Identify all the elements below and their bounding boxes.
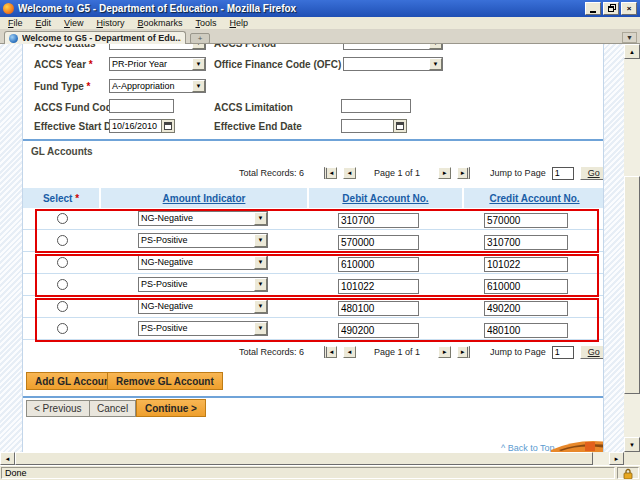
close-button[interactable]: × xyxy=(621,2,637,15)
chevron-down-icon: ▼ xyxy=(254,278,267,291)
fund-type-select[interactable]: A-Appropriation▼ xyxy=(109,79,206,93)
page-indicator: Page 1 of 1 xyxy=(374,168,420,178)
menu-file[interactable]: File xyxy=(8,18,23,28)
accs-status-label: ACCS Status xyxy=(34,44,96,49)
row-select-radio[interactable] xyxy=(57,257,68,268)
first-page-button[interactable]: ◄ xyxy=(324,346,337,358)
restore-icon xyxy=(608,6,614,12)
calendar-icon[interactable] xyxy=(393,119,407,133)
scroll-down-icon[interactable]: ▼ xyxy=(624,437,640,452)
accs-period-label: ACCS Period xyxy=(214,44,276,49)
g5-form-page: ACCS Status ▼ ACCS Period ▼ ACCS Year * … xyxy=(22,44,604,452)
next-page-button[interactable]: ► xyxy=(438,346,451,358)
debit-account-input[interactable] xyxy=(338,301,419,316)
ofc-condition-select[interactable]: ▼ xyxy=(343,57,443,71)
back-to-top-link[interactable]: ^ Back to Top xyxy=(501,443,555,452)
chevron-down-icon: ▼ xyxy=(254,234,267,247)
chevron-down-icon: ▼ xyxy=(254,300,267,313)
horizontal-scrollbar[interactable]: ◄ ► xyxy=(0,452,624,465)
menu-help[interactable]: Help xyxy=(229,18,248,28)
active-tab[interactable]: Welcome to G5 - Department of Edu... xyxy=(4,31,186,44)
remove-gl-account-button[interactable]: Remove GL Account xyxy=(107,372,223,390)
credit-account-input[interactable] xyxy=(484,235,568,250)
required-marker: * xyxy=(89,59,93,70)
debit-column-header[interactable]: Debit Account No. xyxy=(309,188,464,208)
vertical-scroll-thumb[interactable] xyxy=(624,176,640,394)
go-button[interactable]: Go xyxy=(580,345,604,359)
minimize-icon xyxy=(590,11,596,13)
scroll-right-icon[interactable]: ► xyxy=(609,452,624,465)
credit-account-input[interactable] xyxy=(484,213,568,228)
last-page-button[interactable]: ► xyxy=(457,346,470,358)
previous-button[interactable]: < Previous xyxy=(26,400,90,417)
amount-indicator-select[interactable]: NG-Negative▼ xyxy=(138,255,268,270)
effective-start-date-input[interactable] xyxy=(109,119,161,133)
credit-account-input[interactable] xyxy=(484,257,568,272)
amount-indicator-select[interactable]: PS-Positive▼ xyxy=(138,277,268,292)
row-select-radio[interactable] xyxy=(57,301,68,312)
credit-column-header[interactable]: Credit Account No. xyxy=(464,188,604,208)
calendar-icon[interactable] xyxy=(161,119,175,133)
menu-tools[interactable]: Tools xyxy=(195,18,216,28)
credit-account-input[interactable] xyxy=(484,301,568,316)
amount-indicator-select[interactable]: PS-Positive▼ xyxy=(138,233,268,248)
tab-favicon-icon xyxy=(9,34,18,43)
amount-indicator-column-header[interactable]: Amount Indicator xyxy=(101,188,309,208)
new-tab-button[interactable]: + xyxy=(190,33,210,44)
accs-status-select[interactable]: ▼ xyxy=(109,44,206,50)
amount-indicator-select[interactable]: PS-Positive▼ xyxy=(138,321,268,336)
vertical-scrollbar[interactable]: ▲ ▼ xyxy=(624,44,640,452)
select-column-header: Select * xyxy=(23,188,101,208)
horizontal-scroll-thumb[interactable] xyxy=(15,452,593,465)
minimize-button[interactable] xyxy=(585,2,601,15)
accs-year-select[interactable]: PR-Prior Year▼ xyxy=(109,57,206,71)
accs-fund-code-input[interactable] xyxy=(109,99,174,113)
effective-end-date-label: Effective End Date xyxy=(214,121,302,132)
title-bar: Welcome to G5 - Department of Education … xyxy=(0,0,640,17)
cancel-button[interactable]: Cancel xyxy=(89,400,136,417)
last-page-button[interactable]: ► xyxy=(457,167,470,179)
menu-bookmarks[interactable]: Bookmarks xyxy=(137,18,182,28)
window-title: Welcome to G5 - Department of Education … xyxy=(18,3,585,14)
jump-to-page-input[interactable] xyxy=(552,167,574,180)
first-page-button[interactable]: ◄ xyxy=(324,167,337,179)
jump-to-page-input[interactable] xyxy=(552,346,574,359)
debit-account-input[interactable] xyxy=(338,257,419,272)
g5-logo-swoosh xyxy=(551,436,604,452)
menu-bar: File Edit View History Bookmarks Tools H… xyxy=(0,17,640,30)
debit-account-input[interactable] xyxy=(338,323,419,338)
list-all-tabs-button[interactable]: ▼ xyxy=(622,32,637,43)
go-button[interactable]: Go xyxy=(580,166,604,180)
chevron-down-icon: ▼ xyxy=(254,322,267,335)
debit-account-input[interactable] xyxy=(338,279,419,294)
menu-history[interactable]: History xyxy=(96,18,124,28)
scroll-left-icon[interactable]: ◄ xyxy=(0,452,15,465)
menu-edit[interactable]: Edit xyxy=(36,18,52,28)
effective-end-date-input[interactable] xyxy=(341,119,393,133)
debit-account-input[interactable] xyxy=(338,213,419,228)
restore-button[interactable] xyxy=(603,2,619,15)
continue-button[interactable]: Continue > xyxy=(136,399,206,417)
table-row: PS-Positive▼ xyxy=(23,230,604,252)
status-text: Done xyxy=(5,468,27,478)
accs-period-select[interactable]: ▼ xyxy=(343,44,443,50)
gl-accounts-title: GL Accounts xyxy=(31,146,93,157)
row-select-radio[interactable] xyxy=(57,235,68,246)
scroll-up-icon[interactable]: ▲ xyxy=(624,44,640,59)
accs-limitation-input[interactable] xyxy=(341,99,411,113)
row-select-radio[interactable] xyxy=(57,213,68,224)
status-bar: Done xyxy=(0,465,640,480)
amount-indicator-select[interactable]: NG-Negative▼ xyxy=(138,211,268,226)
footer-divider xyxy=(23,396,604,398)
credit-account-input[interactable] xyxy=(484,323,568,338)
menu-view[interactable]: View xyxy=(64,18,83,28)
row-select-radio[interactable] xyxy=(57,323,68,334)
credit-account-input[interactable] xyxy=(484,279,568,294)
prev-page-button[interactable]: ◄ xyxy=(343,346,356,358)
debit-account-input[interactable] xyxy=(338,235,419,250)
row-select-radio[interactable] xyxy=(57,279,68,290)
amount-indicator-select[interactable]: NG-Negative▼ xyxy=(138,299,268,314)
prev-page-button[interactable]: ◄ xyxy=(343,167,356,179)
next-page-button[interactable]: ► xyxy=(438,167,451,179)
firefox-app-icon xyxy=(3,3,14,14)
